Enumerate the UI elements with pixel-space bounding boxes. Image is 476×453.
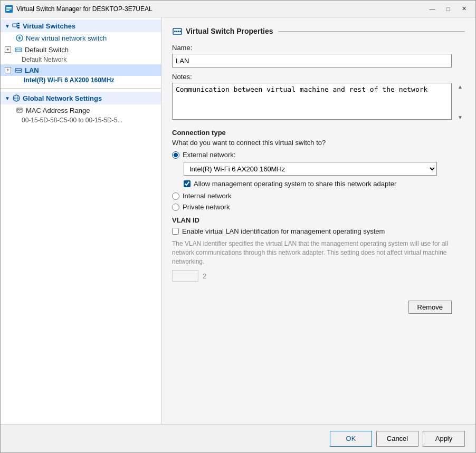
switch-icon: [14, 45, 23, 54]
virtual-switches-icon: [12, 22, 21, 30]
scroll-down-icon: ▼: [456, 114, 464, 120]
svg-point-32: [174, 31, 176, 32]
bottom-bar: OK Cancel Apply: [1, 424, 475, 452]
virtual-switches-header[interactable]: ▼ Virtual Switches: [1, 20, 161, 32]
private-network-radio[interactable]: [172, 204, 179, 211]
title-bar: Virtual Switch Manager for DESKTOP-3E7UE…: [1, 1, 475, 17]
left-panel: ▼ Virtual Switches: [1, 17, 161, 424]
connection-type-title: Connection type: [172, 129, 465, 137]
properties-icon: [172, 26, 183, 36]
new-virtual-switch-item[interactable]: New virtual network switch: [1, 32, 161, 44]
mac-address-sublabel: 00-15-5D-58-C5-00 to 00-15-5D-5...: [1, 116, 161, 125]
mac-address-item[interactable]: MAC Address Range: [1, 104, 161, 116]
svg-point-18: [20, 50, 21, 51]
private-network-label[interactable]: Private network: [183, 203, 230, 211]
window-title: Virtual Switch Manager for DESKTOP-3E7UE…: [16, 5, 153, 13]
expand-default-icon[interactable]: +: [5, 46, 11, 53]
svg-point-17: [19, 50, 20, 51]
maximize-button[interactable]: □: [441, 4, 455, 14]
minimize-button[interactable]: —: [425, 4, 440, 14]
apply-button[interactable]: Apply: [423, 431, 465, 447]
svg-rect-3: [6, 10, 9, 11]
separator: [1, 88, 161, 89]
vlan-value: 2: [203, 272, 206, 280]
lan-icon: [14, 66, 23, 74]
global-network-label: Global Network Settings: [23, 94, 102, 102]
svg-point-20: [16, 70, 17, 71]
external-network-row: External network:: [172, 151, 465, 159]
vlan-input-row: 2: [172, 270, 465, 282]
allow-management-label[interactable]: Allow management operating system to sha…: [194, 180, 396, 188]
new-switch-icon: [15, 34, 24, 42]
internal-network-label[interactable]: Internal network: [183, 192, 232, 200]
main-content: ▼ Virtual Switches: [1, 17, 475, 424]
external-network-radio[interactable]: [172, 151, 179, 159]
svg-line-10: [17, 26, 17, 28]
internal-network-radio[interactable]: [172, 192, 179, 200]
scroll-indicator: ▲ ▼: [456, 84, 464, 120]
default-switch-label: Default Switch: [25, 46, 69, 54]
cancel-button[interactable]: Cancel: [376, 431, 418, 447]
remove-button[interactable]: Remove: [408, 301, 452, 314]
svg-line-8: [17, 24, 17, 25]
svg-rect-4: [13, 24, 17, 27]
svg-rect-7: [17, 27, 20, 28]
notes-wrapper: Communication between virtual machine an…: [172, 83, 465, 121]
chevron-down-icon: ▼: [5, 23, 10, 29]
svg-point-34: [178, 31, 179, 32]
svg-point-35: [180, 31, 182, 32]
adapter-dropdown-row: Intel(R) Wi-Fi 6 AX200 160MHz: [184, 162, 465, 176]
notes-label: Notes:: [172, 73, 465, 81]
internal-network-row: Internal network: [172, 192, 465, 200]
scroll-up-icon: ▲: [456, 84, 464, 90]
lan-section: + LAN Intel(R) Wi-Fi 6 AX200 160MHz: [1, 64, 161, 85]
expand-lan-icon[interactable]: +: [5, 67, 11, 73]
vlan-enable-label[interactable]: Enable virtual LAN identification for ma…: [182, 227, 385, 235]
svg-point-23: [20, 70, 21, 71]
app-icon: [5, 5, 13, 13]
svg-rect-6: [17, 25, 20, 26]
mac-range-icon: [15, 106, 24, 114]
private-network-row: Private network: [172, 203, 465, 211]
title-bar-left: Virtual Switch Manager for DESKTOP-3E7UE…: [5, 5, 153, 13]
notes-textarea[interactable]: Communication between virtual machine an…: [172, 83, 452, 120]
svg-point-16: [17, 50, 18, 51]
vlan-title: VLAN ID: [172, 216, 465, 224]
default-switch-item[interactable]: + Default Switch: [1, 44, 161, 55]
right-panel: Virtual Switch Properties Name: Notes: C…: [161, 17, 475, 424]
mac-address-label: MAC Address Range: [26, 107, 90, 114]
global-network-icon: [12, 94, 21, 102]
close-button[interactable]: ✕: [456, 4, 471, 14]
svg-point-28: [17, 109, 20, 111]
allow-management-checkbox[interactable]: [184, 180, 191, 187]
lan-sublabel: Intel(R) Wi-Fi 6 AX200 160MHz: [1, 76, 161, 85]
chevron-down-icon-2: ▼: [5, 95, 10, 101]
connection-type-section: Connection type What do you want to conn…: [172, 129, 465, 211]
svg-rect-5: [17, 23, 20, 24]
vlan-description: The VLAN identifier specifies the virtua…: [172, 239, 465, 266]
svg-point-22: [19, 70, 20, 71]
svg-point-33: [176, 31, 178, 32]
lan-label: LAN: [25, 66, 39, 74]
ok-button[interactable]: OK: [330, 431, 372, 447]
external-network-label[interactable]: External network:: [183, 151, 235, 159]
section-title-row: Virtual Switch Properties: [172, 26, 465, 36]
vlan-enable-checkbox[interactable]: [172, 228, 179, 235]
allow-management-row: Allow management operating system to sha…: [184, 180, 465, 188]
vlan-id-input: [172, 270, 198, 282]
name-label: Name:: [172, 44, 465, 52]
svg-point-15: [16, 50, 17, 51]
name-input[interactable]: [172, 54, 452, 68]
section-title-line: [278, 31, 465, 32]
global-network-header[interactable]: ▼ Global Network Settings: [1, 92, 161, 104]
lan-item[interactable]: + LAN: [1, 64, 161, 76]
default-switch-sublabel: Default Network: [1, 55, 161, 64]
default-switch-section: + Default Switch Default Network: [1, 44, 161, 64]
svg-point-21: [17, 70, 18, 71]
new-switch-label: New virtual network switch: [26, 34, 107, 42]
svg-rect-2: [6, 8, 12, 9]
mac-address-section: MAC Address Range 00-15-5D-58-C5-00 to 0…: [1, 104, 161, 125]
section-title: Virtual Switch Properties: [186, 27, 273, 35]
adapter-dropdown[interactable]: Intel(R) Wi-Fi 6 AX200 160MHz: [184, 162, 437, 176]
svg-rect-1: [6, 7, 12, 8]
